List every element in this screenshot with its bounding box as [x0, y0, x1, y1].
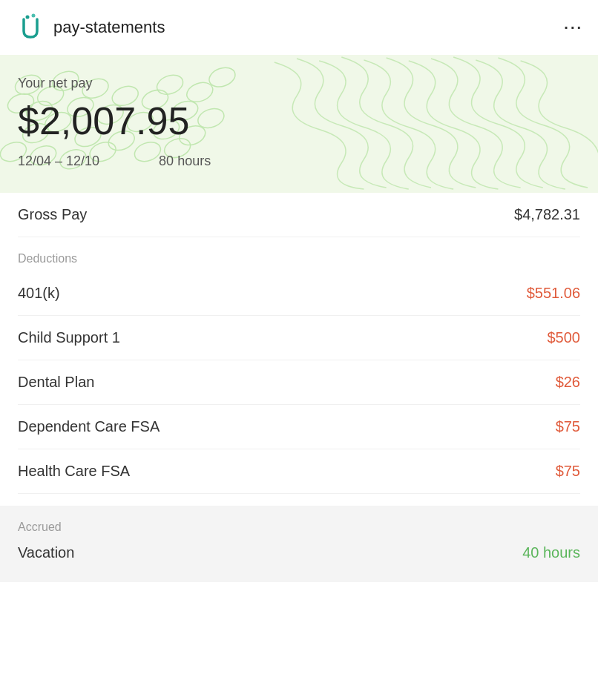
banner-label: Your net pay [18, 76, 580, 91]
deduction-label-dependent-care: Dependent Care FSA [18, 418, 160, 435]
gross-pay-label: Gross Pay [18, 206, 87, 223]
deduction-value-child-support: $500 [548, 329, 581, 346]
net-pay-amount: $2,007.95 [18, 102, 580, 140]
deduction-row-dental: Dental Plan $26 [18, 360, 580, 405]
deduction-value-dental: $26 [556, 374, 580, 391]
svg-point-0 [26, 16, 30, 19]
banner-content: Your net pay $2,007.95 12/04 – 12/10 80 … [18, 76, 580, 169]
accrued-header: Accrued [18, 521, 580, 534]
gross-pay-row: Gross Pay $4,782.31 [18, 193, 580, 237]
deductions-label: Deductions [18, 252, 77, 265]
deduction-row-health-care: Health Care FSA $75 [18, 449, 580, 494]
accrued-label: Accrued [18, 521, 62, 533]
accrued-vacation-row: Vacation 40 hours [18, 544, 580, 561]
pay-banner: Your net pay $2,007.95 12/04 – 12/10 80 … [0, 55, 598, 193]
main-content: Gross Pay $4,782.31 Deductions 401(k) $5… [0, 193, 598, 582]
banner-bottom: 12/04 – 12/10 80 hours [18, 153, 580, 169]
deductions-header: Deductions [18, 237, 580, 271]
pay-period: 12/04 – 12/10 [18, 153, 99, 169]
menu-button[interactable]: ··· [564, 19, 583, 36]
deduction-label-dental: Dental Plan [18, 374, 94, 391]
deduction-label-child-support: Child Support 1 [18, 329, 120, 346]
deduction-value-health-care: $75 [556, 463, 580, 480]
deduction-value-401k: $551.06 [527, 285, 580, 302]
header: pay-statements ··· [0, 0, 598, 55]
app-title: pay-statements [53, 18, 165, 37]
deduction-row-dependent-care: Dependent Care FSA $75 [18, 405, 580, 449]
accrued-section: Accrued Vacation 40 hours [0, 506, 598, 582]
banner-hours: 80 hours [159, 153, 211, 169]
deduction-label-health-care: Health Care FSA [18, 463, 130, 480]
deduction-row-child-support: Child Support 1 $500 [18, 316, 580, 360]
accrued-vacation-label: Vacation [18, 544, 74, 561]
gross-pay-value: $4,782.31 [514, 206, 580, 223]
app-logo [15, 12, 46, 43]
deduction-row-401k: 401(k) $551.06 [18, 271, 580, 316]
svg-point-1 [32, 14, 36, 18]
deduction-value-dependent-care: $75 [556, 418, 580, 435]
deduction-label-401k: 401(k) [18, 285, 60, 302]
accrued-vacation-value: 40 hours [522, 544, 580, 561]
header-left: pay-statements [15, 12, 165, 43]
